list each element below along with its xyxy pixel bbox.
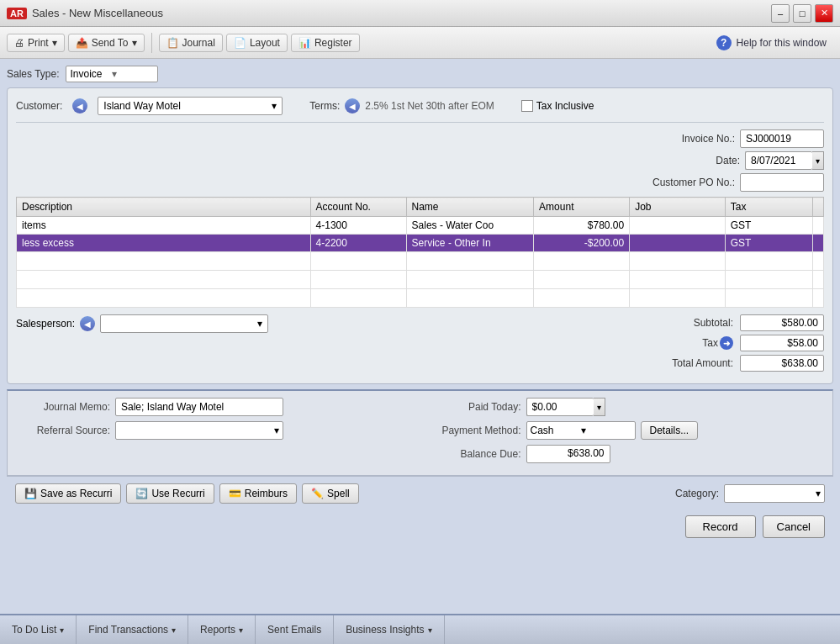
payment-method-select[interactable]: Cash ▾ [526, 421, 636, 440]
tax-inclusive-section: Tax Inclusive [521, 100, 594, 112]
sales-type-select[interactable]: Invoice ▾ [66, 66, 158, 82]
row1-job [630, 217, 726, 235]
payment-method-row: Payment Method: Cash ▾ Details... [429, 421, 823, 440]
invoice-no-label: Invoice No.: [682, 133, 735, 145]
send-arrow-icon: ▾ [132, 37, 137, 49]
row2-description: less excess [17, 235, 311, 252]
terms-nav-button[interactable]: ◀ [345, 98, 360, 113]
salesperson-label: Salesperson: [16, 318, 75, 330]
salesperson-input[interactable]: ▾ [100, 314, 268, 333]
taskbar-reports-label: Reports [200, 624, 235, 636]
layout-icon: 📄 [234, 37, 246, 49]
close-button[interactable]: ✕ [815, 4, 833, 23]
items-table: Description Account No. Name Amount Job … [16, 197, 824, 308]
reimburse-button[interactable]: 💳 Reimburs [219, 483, 297, 504]
category-dropdown-icon: ▾ [816, 488, 821, 499]
journal-label: Journal [182, 37, 215, 49]
details-button[interactable]: Details... [641, 421, 699, 440]
main-content: Sales Type: Invoice ▾ Customer: ◀ Island… [0, 59, 840, 614]
taskbar-find[interactable]: Find Transactions ▾ [77, 615, 188, 644]
cancel-button[interactable]: Cancel [763, 515, 825, 538]
date-dropdown-button[interactable]: ▾ [812, 151, 824, 170]
category-section: Category: ▾ [675, 484, 825, 503]
window-title: Sales - New Miscellaneous [32, 7, 163, 19]
referral-select[interactable]: ▾ [115, 421, 283, 440]
save-as-recurring-button[interactable]: 💾 Save as Recurri [15, 483, 121, 504]
taskbar-sent-emails[interactable]: Sent Emails [256, 615, 334, 644]
reimburse-label: Reimburs [245, 488, 288, 499]
customer-prev-button[interactable]: ◀ [72, 98, 87, 113]
sales-type-value: Invoice [70, 68, 112, 80]
total-amount-label: Total Amount: [666, 357, 733, 369]
salesperson-nav-button[interactable]: ◀ [80, 316, 95, 331]
taskbar-sent-emails-label: Sent Emails [267, 624, 321, 636]
help-icon: ? [716, 35, 732, 50]
payment-method-value: Cash [531, 425, 581, 436]
spell-icon: ✏️ [311, 488, 324, 499]
taskbar-todo[interactable]: To Do List ▾ [0, 615, 77, 644]
separator-1 [151, 33, 152, 53]
taskbar-business-insights[interactable]: Business Insights ▾ [334, 615, 444, 644]
balance-due-row: Balance Due: $638.00 [429, 445, 823, 463]
sales-type-arrow-icon: ▾ [112, 68, 154, 80]
help-label: Help for this window [737, 37, 827, 49]
tax-row: Tax➜ $58.00 [666, 335, 824, 351]
send-to-button[interactable]: 📤 Send To ▾ [68, 34, 145, 52]
record-button[interactable]: Record [685, 515, 756, 538]
journal-button[interactable]: 📋 Journal [159, 34, 223, 52]
paid-today-label: Paid Today: [429, 401, 521, 413]
sales-type-bar: Sales Type: Invoice ▾ [7, 66, 833, 82]
journal-icon: 📋 [166, 37, 179, 49]
terms-value: 2.5% 1st Net 30th after EOM [365, 100, 494, 112]
memo-input[interactable] [115, 398, 283, 416]
print-arrow-icon: ▾ [52, 37, 57, 49]
record-cancel-row: Record Cancel [7, 510, 833, 543]
spell-button[interactable]: ✏️ Spell [302, 483, 359, 504]
taskbar-reports[interactable]: Reports ▾ [188, 615, 256, 644]
help-button[interactable]: ? Help for this window [710, 33, 833, 53]
col-header-job: Job [630, 198, 726, 217]
use-recurring-button[interactable]: 🔄 Use Recurri [126, 483, 214, 504]
row1-amount: $780.00 [534, 217, 630, 235]
paid-today-dropdown-button[interactable]: ▾ [594, 398, 605, 416]
journal-left: Journal Memo: Referral Source: ▾ [18, 398, 412, 468]
layout-button[interactable]: 📄 Layout [226, 34, 288, 52]
table-row-empty [17, 289, 824, 308]
payment-method-dropdown-icon: ▾ [581, 425, 631, 436]
col-header-account: Account No. [310, 198, 406, 217]
category-select[interactable]: ▾ [724, 484, 825, 503]
save-recurring-icon: 💾 [24, 488, 37, 499]
tax-inclusive-checkbox[interactable] [521, 100, 533, 112]
taskbar-find-label: Find Transactions [88, 624, 168, 636]
customer-po-input[interactable] [740, 173, 824, 192]
minimize-button[interactable]: – [771, 4, 790, 23]
row1-tax: GST [725, 217, 812, 235]
customer-dropdown-icon: ▾ [272, 100, 277, 112]
send-label: Send To [92, 37, 129, 49]
toolbar: 🖨 Print ▾ 📤 Send To ▾ 📋 Journal 📄 Layout… [0, 27, 840, 59]
print-button[interactable]: 🖨 Print ▾ [7, 34, 65, 52]
row1-account: 4-1300 [310, 217, 406, 235]
row2-tax: GST [725, 235, 812, 252]
paid-today-input[interactable] [526, 398, 594, 416]
date-input[interactable] [745, 151, 812, 170]
maximize-button[interactable]: □ [793, 4, 811, 23]
print-label: Print [28, 37, 49, 49]
table-row[interactable]: less excess 4-2200 Service - Other In -$… [17, 235, 824, 252]
category-label: Category: [675, 488, 719, 499]
balance-due-value: $638.00 [526, 445, 610, 463]
register-button[interactable]: 📊 Register [291, 34, 360, 52]
app-logo: AR [7, 8, 27, 19]
table-row[interactable]: items 4-1300 Sales - Water Coo $780.00 G… [17, 217, 824, 235]
referral-row: Referral Source: ▾ [18, 421, 412, 440]
taskbar-find-arrow-icon: ▾ [172, 626, 176, 635]
taskbar-todo-label: To Do List [12, 624, 56, 636]
terms-section: Terms: ◀ 2.5% 1st Net 30th after EOM [309, 98, 494, 113]
reimburse-icon: 💳 [229, 488, 241, 499]
referral-label: Referral Source: [18, 425, 110, 436]
customer-label: Customer: [16, 100, 62, 112]
title-bar: AR Sales - New Miscellaneous – □ ✕ [0, 0, 840, 27]
spell-label: Spell [327, 488, 350, 499]
invoice-no-input[interactable] [740, 129, 824, 148]
customer-input[interactable]: Island Way Motel ▾ [98, 97, 283, 115]
